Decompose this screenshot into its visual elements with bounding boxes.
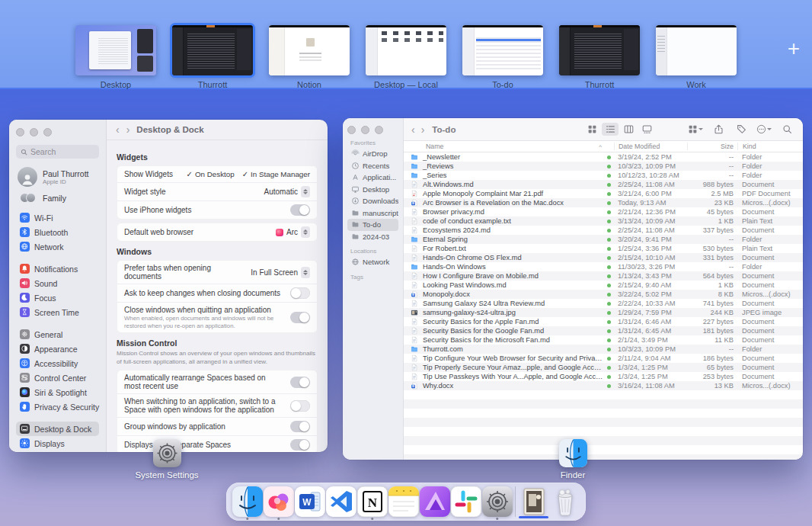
sidebar-item-applicati-[interactable]: Applicati... bbox=[347, 172, 398, 184]
file-row[interactable]: _Newsletter3/19/24, 2:52 PM--Folder bbox=[404, 152, 803, 162]
select-value[interactable]: In Full Screen bbox=[251, 267, 310, 278]
file-row[interactable]: WMonopoly.docx3/22/24, 5:02 PM8 KBMicros… bbox=[404, 290, 803, 299]
dock-item-finder[interactable] bbox=[232, 484, 263, 519]
sidebar-item-focus[interactable]: Focus bbox=[16, 290, 99, 305]
column-header-kind[interactable]: Kind bbox=[737, 143, 803, 150]
column-view-button[interactable] bbox=[620, 123, 637, 136]
column-header-name[interactable]: Name^ bbox=[404, 143, 604, 150]
zoom-button[interactable] bbox=[43, 128, 52, 136]
sidebar-item-bluetooth[interactable]: Bluetooth bbox=[16, 225, 99, 239]
close-button[interactable] bbox=[16, 128, 24, 136]
forward-chevron-icon[interactable]: › bbox=[421, 124, 425, 135]
toggle-switch[interactable] bbox=[290, 287, 310, 299]
column-header-date[interactable]: Date Modified bbox=[614, 143, 687, 150]
sidebar-item-desktop-dock[interactable]: Desktop & Dock bbox=[16, 422, 99, 436]
dock-item-notes[interactable] bbox=[388, 484, 419, 519]
file-row[interactable]: How I Configure Brave on Mobile.md1/13/2… bbox=[404, 271, 803, 281]
sidebar-item-control-center[interactable]: Control Center bbox=[16, 370, 99, 385]
sidebar-item-screen-time[interactable]: Screen Time bbox=[16, 305, 99, 319]
finder-window[interactable]: FavoritesAirDropRecentsApplicati...Deskt… bbox=[343, 118, 803, 460]
toggle-switch[interactable] bbox=[290, 377, 310, 388]
checkbox-option[interactable]: ✓On Desktop bbox=[187, 170, 235, 178]
tags-button[interactable] bbox=[733, 123, 750, 136]
dock-item-vscode[interactable] bbox=[325, 484, 356, 519]
space-thumbnail[interactable] bbox=[269, 25, 350, 75]
toggle-switch[interactable] bbox=[290, 312, 310, 323]
file-row[interactable]: Tip Properly Secure Your Amaz...pple, an… bbox=[404, 363, 803, 372]
file-row[interactable]: Tip Configure Your Web Browser for Secur… bbox=[404, 354, 803, 363]
more-actions-button[interactable] bbox=[756, 123, 772, 136]
sidebar-item-wallpaper[interactable]: Wallpaper bbox=[16, 451, 99, 452]
sidebar-item-network[interactable]: Network bbox=[347, 256, 398, 268]
dock-item-arc[interactable] bbox=[263, 484, 294, 519]
sidebar-item-airdrop[interactable]: AirDrop bbox=[347, 148, 398, 160]
toggle-switch[interactable] bbox=[290, 204, 310, 216]
file-row[interactable]: Ecosystems 2024.md2/25/24, 11:08 AM337 b… bbox=[404, 226, 803, 235]
dock-item-settings[interactable] bbox=[481, 484, 513, 519]
file-row[interactable]: Hands-On Chrome OS Flex.md2/15/24, 10:10… bbox=[404, 253, 803, 262]
space-thurrott[interactable]: Thurrott bbox=[172, 25, 253, 89]
file-row[interactable]: Tip Use Passkeys With Your A...Apple, an… bbox=[404, 372, 803, 381]
dock-item-trash[interactable] bbox=[549, 484, 580, 519]
list-view-button[interactable] bbox=[602, 123, 619, 136]
sidebar-item-siri-spotlight[interactable]: Siri & Spotlight bbox=[16, 385, 99, 399]
file-row[interactable]: Security Basics for the Apple Fan.md1/31… bbox=[404, 317, 803, 326]
dock-item-slack[interactable] bbox=[450, 484, 481, 519]
share-button[interactable] bbox=[710, 123, 727, 136]
back-chevron-icon[interactable]: ‹ bbox=[116, 124, 120, 135]
select-value[interactable]: Automatic bbox=[264, 186, 310, 197]
system-settings-window[interactable]: Search Paul Thurrott Apple ID Family Wi-… bbox=[9, 120, 328, 452]
sidebar-item-displays[interactable]: Displays bbox=[16, 436, 99, 451]
forward-chevron-icon[interactable]: › bbox=[126, 124, 130, 135]
zoom-button[interactable] bbox=[375, 126, 383, 134]
settings-search-input[interactable]: Search bbox=[16, 145, 99, 159]
icon-view-button[interactable] bbox=[583, 123, 600, 136]
finder-app-badge[interactable]: Finder bbox=[519, 439, 626, 479]
sidebar-item-desktop[interactable]: Desktop bbox=[347, 184, 398, 196]
space-notion[interactable]: Notion bbox=[269, 25, 350, 89]
sidebar-item-family[interactable]: Family bbox=[18, 193, 99, 203]
space-thumbnail[interactable] bbox=[366, 25, 446, 75]
sidebar-item-general[interactable]: General bbox=[16, 327, 99, 342]
space-thumbnail[interactable] bbox=[559, 25, 640, 75]
file-row[interactable]: Alt.Windows.md2/25/24, 11:08 AM988 bytes… bbox=[404, 180, 803, 189]
close-button[interactable] bbox=[347, 126, 356, 134]
space-to-do[interactable]: To-do bbox=[462, 25, 543, 89]
space-work[interactable]: Work bbox=[656, 25, 737, 89]
minimize-button[interactable] bbox=[30, 128, 38, 136]
sidebar-item-sound[interactable]: Sound bbox=[16, 276, 99, 290]
file-row[interactable]: Looking Past Windows.md2/15/24, 9:40 AM1… bbox=[404, 281, 803, 290]
back-chevron-icon[interactable]: ‹ bbox=[411, 124, 415, 135]
dock-item-notion[interactable]: N bbox=[356, 484, 388, 519]
apple-id-profile[interactable]: Paul Thurrott Apple ID bbox=[18, 167, 99, 187]
space-desktop[interactable]: Desktop bbox=[75, 25, 156, 89]
dock-item-word[interactable]: W bbox=[294, 484, 325, 519]
minimize-button[interactable] bbox=[361, 126, 369, 134]
space-thumbnail[interactable] bbox=[656, 25, 737, 75]
file-row[interactable]: Security Basics for the Microsoft Fan.md… bbox=[404, 335, 803, 345]
add-space-button[interactable]: + bbox=[788, 38, 800, 59]
file-row[interactable]: Hands-On Windows11/30/23, 3:26 PM--Folde… bbox=[404, 262, 803, 271]
sidebar-item-network[interactable]: Network bbox=[16, 239, 99, 254]
file-row[interactable]: For Robert.txt1/25/24, 3:36 PM530 bytesP… bbox=[404, 244, 803, 253]
space-desktop-local[interactable]: Desktop — Local bbox=[366, 25, 446, 89]
sidebar-item-2024-03[interactable]: 2024-03 bbox=[347, 231, 398, 243]
sidebar-item-downloads[interactable]: Downloads bbox=[347, 195, 398, 207]
dock-item-affinity[interactable] bbox=[419, 484, 450, 519]
file-row[interactable]: Thurrott.com10/3/23, 10:09 PM--Folder bbox=[404, 345, 803, 354]
stepper-icon[interactable] bbox=[301, 226, 310, 238]
sidebar-item-privacy-security[interactable]: Privacy & Security bbox=[16, 399, 99, 414]
file-row[interactable]: Apple Monopoly Complaint Mar 21.pdf3/21/… bbox=[404, 189, 803, 198]
file-row[interactable]: _Series10/12/23, 10:28 AM--Folder bbox=[404, 171, 803, 180]
file-row[interactable]: Security Basics for the Google Fan.md1/3… bbox=[404, 326, 803, 335]
space-thumbnail[interactable] bbox=[462, 25, 543, 75]
column-header-size[interactable]: Size bbox=[687, 143, 737, 150]
file-row[interactable]: samsung-galaxy-s24-ultra.jpg1/29/24, 7:5… bbox=[404, 308, 803, 317]
file-row[interactable]: _Reviews10/3/23, 10:09 PM--Folder bbox=[404, 162, 803, 171]
system-settings-app-badge[interactable]: System Settings bbox=[113, 439, 220, 479]
file-row[interactable]: Eternal Spring3/20/24, 9:41 PM--Folder bbox=[404, 235, 803, 244]
sidebar-item-appearance[interactable]: Appearance bbox=[16, 342, 99, 356]
file-row[interactable]: Samsung Galaxy S24 Ultra Review.md2/22/2… bbox=[404, 299, 803, 308]
dock-item-picture[interactable] bbox=[518, 484, 549, 519]
space-thurrott[interactable]: Thurrott bbox=[559, 25, 640, 89]
